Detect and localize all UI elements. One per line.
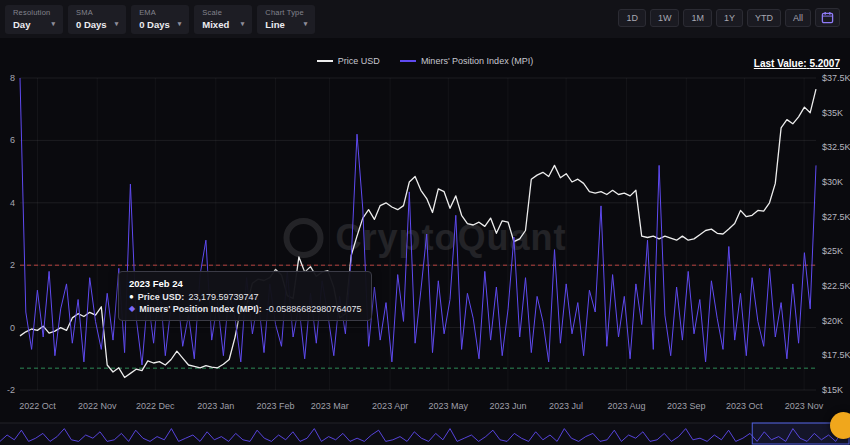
mpi-marker-icon: ◆ (129, 305, 135, 313)
control-label: Scale (202, 8, 244, 17)
y-right-tick-label: $37.5K (822, 73, 850, 83)
control-value: 0 Days (139, 19, 170, 30)
y-right-tick-label: $30K (822, 177, 843, 187)
tooltip-mpi-row: ◆ Miners' Position Index (MPI): -0.05886… (129, 304, 361, 314)
control-resolution[interactable]: ResolutionDay▾ (5, 5, 63, 34)
x-tick-label: 2023 Jan (197, 401, 234, 411)
range-selector: 1D1W1M1YYTDAll (618, 8, 840, 27)
range-button-1d[interactable]: 1D (618, 9, 646, 27)
price-marker-icon: ● (129, 293, 134, 301)
legend-label: Miners' Position Index (MPI) (421, 56, 533, 66)
control-scale[interactable]: ScaleMixed▾ (194, 5, 252, 34)
legend-item-price[interactable]: Price USD (317, 56, 380, 66)
toolbar: ResolutionDay▾SMA0 Days▾EMA0 Days▾ScaleM… (0, 0, 850, 38)
calendar-icon (821, 11, 834, 24)
y-right-tick-label: $32.5K (822, 142, 850, 152)
y-right-tick-label: $17.5K (822, 350, 850, 360)
range-button-1y[interactable]: 1Y (716, 9, 743, 27)
y-right-tick-label: $25K (822, 246, 843, 256)
control-label: Resolution (13, 8, 55, 17)
mpi-line (20, 78, 816, 365)
x-tick-label: 2022 Oct (19, 401, 56, 411)
x-tick-label: 2023 Oct (726, 401, 763, 411)
legend-label: Price USD (338, 56, 380, 66)
y-right-tick-label: $20K (822, 316, 843, 326)
y-left-tick-label: 2 (10, 260, 15, 270)
calendar-button[interactable] (815, 8, 840, 27)
x-tick-label: 2022 Dec (136, 401, 175, 411)
control-label: SMA (76, 8, 118, 17)
legend-line-icon (400, 60, 416, 62)
range-button-ytd[interactable]: YTD (747, 9, 781, 27)
control-sma[interactable]: SMA0 Days▾ (68, 5, 126, 34)
tooltip-date: 2023 Feb 24 (129, 278, 361, 289)
tooltip-mpi-label: Miners' Position Index (MPI): (139, 304, 262, 314)
control-value: Line (265, 19, 285, 30)
x-tick-label: 2023 Sep (667, 401, 706, 411)
chevron-down-icon: ▾ (304, 20, 308, 28)
y-left-tick-label: 0 (10, 323, 15, 333)
y-left-tick-label: 8 (10, 73, 15, 83)
range-button-all[interactable]: All (785, 9, 811, 27)
price-line (20, 89, 816, 377)
last-value-label: Last Value: (754, 58, 807, 69)
x-tick-label: 2023 Jun (489, 401, 526, 411)
range-button-1m[interactable]: 1M (683, 9, 712, 27)
tooltip-price-row: ● Price USD: 23,179.59739747 (129, 292, 361, 302)
control-value: Mixed (202, 19, 229, 30)
x-tick-label: 2022 Nov (78, 401, 117, 411)
chevron-down-icon: ▾ (178, 20, 182, 28)
control-label: Chart Type (265, 8, 307, 17)
x-tick-label: 2023 Mar (311, 401, 349, 411)
control-chart-type[interactable]: Chart TypeLine▾ (257, 5, 315, 34)
x-tick-label: 2023 May (428, 401, 468, 411)
x-tick-label: 2023 Jul (549, 401, 583, 411)
x-tick-label: 2023 Apr (372, 401, 408, 411)
tooltip-mpi-value: -0.05886682980764075 (266, 304, 362, 314)
navigator-track[interactable] (0, 423, 850, 445)
chart-canvas[interactable]: 86420-2$37.5K$35K$32.5K$30K$27.5K$25K$22… (0, 0, 850, 445)
control-value: Day (13, 19, 30, 30)
y-left-tick-label: -2 (7, 385, 15, 395)
chevron-down-icon: ▾ (115, 20, 119, 28)
legend-line-icon (317, 60, 333, 62)
control-value: 0 Days (76, 19, 107, 30)
last-value-number: 5.2007 (809, 58, 840, 69)
x-tick-label: 2023 Aug (608, 401, 646, 411)
control-label: EMA (139, 8, 181, 17)
y-right-tick-label: $15K (822, 385, 843, 395)
last-value[interactable]: Last Value: 5.2007 (754, 58, 840, 69)
x-tick-label: 2023 Feb (257, 401, 295, 411)
y-right-tick-label: $22.5K (822, 281, 850, 291)
control-ema[interactable]: EMA0 Days▾ (131, 5, 189, 34)
x-tick-label: 2023 Nov (785, 401, 824, 411)
y-left-tick-label: 4 (10, 198, 15, 208)
chevron-down-icon: ▾ (51, 20, 55, 28)
chart-settings-controls: ResolutionDay▾SMA0 Days▾EMA0 Days▾ScaleM… (0, 5, 315, 34)
y-left-tick-label: 6 (10, 135, 15, 145)
chevron-down-icon: ▾ (241, 20, 245, 28)
chart-tooltip: 2023 Feb 24 ● Price USD: 23,179.59739747… (118, 271, 372, 321)
tooltip-price-label: Price USD: (138, 292, 185, 302)
y-right-tick-label: $35K (822, 108, 843, 118)
chart-legend: Price USDMiners' Position Index (MPI) (0, 56, 850, 66)
y-right-tick-label: $27.5K (822, 212, 850, 222)
floating-action-button[interactable] (830, 412, 850, 439)
tooltip-price-value: 23,179.59739747 (188, 292, 258, 302)
legend-item-mpi[interactable]: Miners' Position Index (MPI) (400, 56, 533, 66)
range-button-1w[interactable]: 1W (650, 9, 680, 27)
